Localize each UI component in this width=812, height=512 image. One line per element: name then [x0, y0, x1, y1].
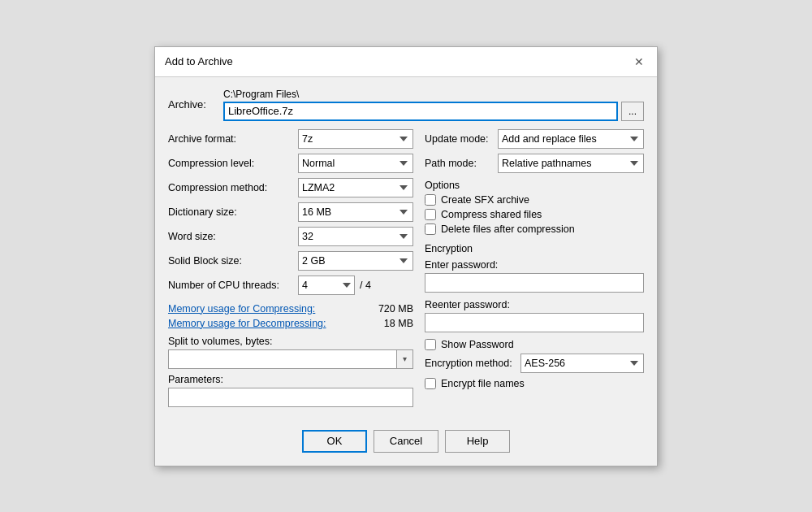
split-label: Split to volumes, bytes:: [168, 336, 413, 347]
compression-method-row: Compression method: LZMA LZMA2 PPMd: [168, 178, 413, 197]
archive-format-label: Archive format:: [168, 133, 298, 145]
compress-shared-label[interactable]: Compress shared files: [441, 209, 542, 220]
word-size-label: Word size:: [168, 231, 298, 242]
dictionary-size-select[interactable]: 1 MB 4 MB 8 MB 16 MB 32 MB: [298, 202, 413, 222]
update-mode-label: Update mode:: [425, 133, 498, 145]
compression-method-label: Compression method:: [168, 182, 298, 193]
cpu-threads-max: / 4: [360, 280, 371, 291]
reenter-password-label: Reenter password:: [425, 299, 644, 310]
memory-decompress-label: Memory usage for Decompressing:: [168, 318, 326, 329]
main-content: Archive format: 7z zip tar Compression l…: [168, 129, 644, 407]
reenter-password-input[interactable]: [425, 313, 644, 332]
split-dropdown-arrow[interactable]: ▾: [397, 349, 413, 369]
create-sfx-checkbox[interactable]: [425, 194, 436, 206]
archive-format-row: Archive format: 7z zip tar: [168, 129, 413, 149]
left-panel: Archive format: 7z zip tar Compression l…: [168, 129, 413, 407]
solid-block-row: Solid Block size: 1 GB 2 GB 4 GB: [168, 251, 413, 271]
dialog-title: Add to Archive: [165, 55, 233, 67]
options-title: Options: [425, 180, 644, 191]
memory-compress-label: Memory usage for Compressing:: [168, 303, 315, 315]
compression-method-select[interactable]: LZMA LZMA2 PPMd: [298, 178, 413, 197]
memory-compress-value: 720 MB: [378, 303, 413, 315]
archive-input-row: ...: [223, 102, 644, 121]
encrypt-filenames-label[interactable]: Encrypt file names: [441, 378, 525, 389]
path-mode-row: Path mode: No pathnames Relative pathnam…: [425, 154, 644, 173]
dialog-body: Archive: C:\Program Files\ ... Archive f…: [155, 77, 657, 419]
delete-after-checkbox[interactable]: [425, 223, 436, 235]
parameters-input[interactable]: [168, 388, 413, 407]
archive-row: Archive: C:\Program Files\ ...: [168, 89, 644, 121]
memory-decompress-value: 18 MB: [384, 318, 413, 329]
word-size-select[interactable]: 8 16 32 64: [298, 227, 413, 246]
create-sfx-row: Create SFX archive: [425, 194, 644, 206]
solid-block-select[interactable]: 1 GB 2 GB 4 GB: [298, 251, 413, 271]
encryption-method-select[interactable]: AES-256 ZipCrypto: [520, 354, 644, 373]
delete-after-label[interactable]: Delete files after compression: [441, 223, 575, 235]
memory-compress-row: Memory usage for Compressing: 720 MB: [168, 303, 413, 315]
encryption-method-row: Encryption method: AES-256 ZipCrypto: [425, 354, 644, 373]
solid-block-label: Solid Block size:: [168, 255, 298, 267]
title-bar: Add to Archive ✕: [155, 47, 657, 77]
delete-after-row: Delete files after compression: [425, 223, 644, 235]
dictionary-size-label: Dictionary size:: [168, 206, 298, 218]
encryption-section: Encryption Enter password: Reenter passw…: [425, 243, 644, 389]
compression-level-select[interactable]: Store Fastest Fast Normal Maximum Ultra: [298, 154, 413, 173]
compress-shared-row: Compress shared files: [425, 209, 644, 220]
show-password-label[interactable]: Show Password: [441, 339, 514, 350]
compression-level-row: Compression level: Store Fastest Fast No…: [168, 154, 413, 173]
encryption-title: Encryption: [425, 243, 644, 254]
help-button[interactable]: Help: [445, 430, 510, 453]
archive-filename-input[interactable]: [223, 102, 618, 121]
cpu-threads-label: Number of CPU threads:: [168, 280, 298, 291]
archive-path-col: C:\Program Files\ ...: [223, 89, 644, 121]
split-volumes-row: Split to volumes, bytes: ▾: [168, 336, 413, 369]
archive-format-select[interactable]: 7z zip tar: [298, 129, 413, 149]
archive-label: Archive:: [168, 98, 217, 111]
cpu-threads-select[interactable]: 1 2 4 8: [298, 276, 355, 295]
cancel-button[interactable]: Cancel: [374, 430, 438, 453]
dictionary-size-row: Dictionary size: 1 MB 4 MB 8 MB 16 MB 32…: [168, 202, 413, 222]
ok-button[interactable]: OK: [302, 430, 367, 453]
encrypt-filenames-checkbox[interactable]: [425, 378, 436, 389]
split-input-row: ▾: [168, 349, 413, 369]
update-mode-row: Update mode: Add and replace files Updat…: [425, 129, 644, 149]
word-size-row: Word size: 8 16 32 64: [168, 227, 413, 246]
parameters-row: Parameters:: [168, 374, 413, 407]
split-volumes-input[interactable]: [168, 349, 397, 369]
right-panel: Update mode: Add and replace files Updat…: [425, 129, 644, 407]
enter-password-label: Enter password:: [425, 259, 644, 271]
parameters-label: Parameters:: [168, 374, 413, 385]
archive-path-hint: C:\Program Files\: [223, 89, 644, 100]
close-button[interactable]: ✕: [631, 54, 647, 70]
create-sfx-label[interactable]: Create SFX archive: [441, 194, 529, 206]
path-mode-select[interactable]: No pathnames Relative pathnames Full pat…: [498, 154, 644, 173]
show-password-row: Show Password: [425, 339, 644, 350]
memory-decompress-row: Memory usage for Decompressing: 18 MB: [168, 318, 413, 329]
show-password-checkbox[interactable]: [425, 339, 436, 350]
compress-shared-checkbox[interactable]: [425, 209, 436, 220]
browse-button[interactable]: ...: [621, 102, 644, 121]
update-mode-select[interactable]: Add and replace files Update and add fil…: [498, 129, 644, 149]
path-mode-label: Path mode:: [425, 158, 498, 169]
add-to-archive-dialog: Add to Archive ✕ Archive: C:\Program Fil…: [154, 46, 658, 466]
footer: OK Cancel Help: [155, 419, 657, 466]
compression-level-label: Compression level:: [168, 158, 298, 169]
encryption-method-label: Encryption method:: [425, 358, 514, 369]
options-section: Options Create SFX archive Compress shar…: [425, 180, 644, 235]
encrypt-filenames-row: Encrypt file names: [425, 378, 644, 389]
enter-password-input[interactable]: [425, 273, 644, 293]
cpu-threads-row: Number of CPU threads: 1 2 4 8 / 4: [168, 276, 413, 295]
